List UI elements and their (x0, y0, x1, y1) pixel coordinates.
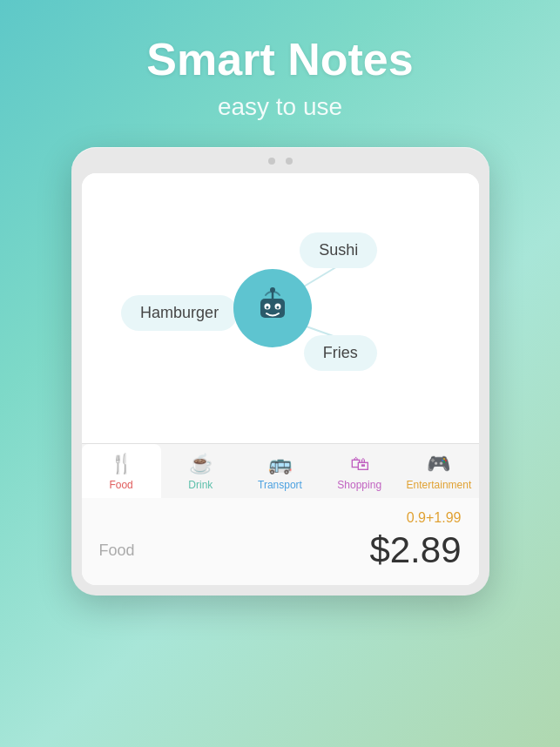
receipt-calculation: 0.9+1.99 (99, 510, 462, 526)
tab-food-label: Food (109, 479, 132, 491)
receipt-area: 0.9+1.99 Food $2.89 (82, 498, 479, 585)
page-title: Smart Notes (146, 35, 413, 84)
food-icon: 🍴 (110, 453, 133, 475)
category-tabs: 🍴 Food ☕ Drink 🚌 Transport 🛍 Shopping 🎮 … (82, 443, 479, 498)
drink-icon: ☕ (189, 453, 213, 475)
svg-point-9 (276, 306, 279, 309)
bubble-sushi: Sushi (300, 232, 377, 268)
receipt-row: Food $2.89 (99, 529, 462, 571)
transport-icon: 🚌 (268, 453, 292, 475)
sensor-dot (286, 158, 293, 165)
device-frame: Sushi Hamburger Fries 🍴 Food ☕ Drink 🚌 T… (71, 147, 489, 596)
bubble-fries: Fries (304, 335, 377, 371)
tab-shopping-label: Shopping (337, 479, 381, 491)
page-subtitle: easy to use (218, 93, 342, 121)
tab-entertainment-label: Entertainment (407, 479, 472, 491)
device-screen: Sushi Hamburger Fries 🍴 Food ☕ Drink 🚌 T… (82, 173, 479, 585)
receipt-total: $2.89 (369, 529, 461, 571)
tab-shopping[interactable]: 🛍 Shopping (320, 444, 399, 498)
tab-food[interactable]: 🍴 Food (82, 444, 161, 498)
robot-icon (233, 269, 312, 347)
receipt-category: Food (99, 542, 135, 560)
mindmap-area: Sushi Hamburger Fries (82, 173, 479, 443)
tab-transport[interactable]: 🚌 Transport (240, 444, 320, 498)
shopping-icon: 🛍 (350, 453, 369, 475)
tab-drink[interactable]: ☕ Drink (161, 444, 240, 498)
tab-drink-label: Drink (188, 479, 213, 491)
tab-entertainment[interactable]: 🎮 Entertainment (399, 444, 478, 498)
camera-dot (268, 158, 275, 165)
tab-transport-label: Transport (258, 479, 302, 491)
device-top-bar (82, 158, 479, 165)
svg-point-8 (266, 306, 268, 309)
entertainment-icon: 🎮 (427, 453, 450, 475)
bubble-hamburger: Hamburger (121, 295, 238, 331)
